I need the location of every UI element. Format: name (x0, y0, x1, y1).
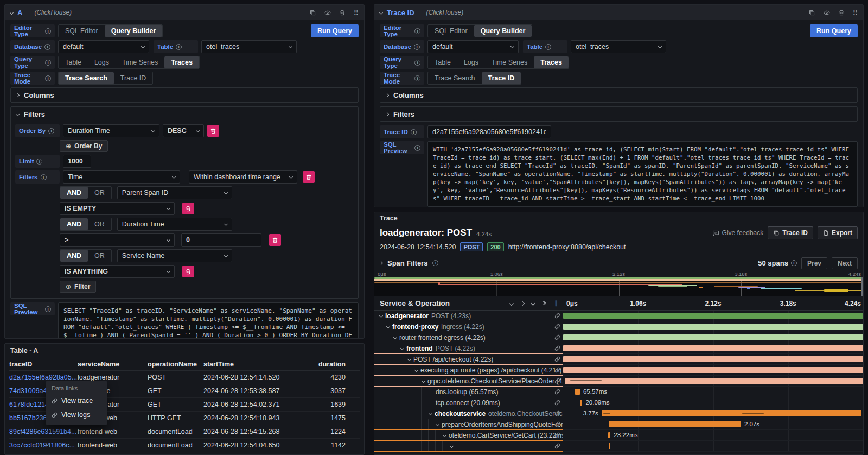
info-icon[interactable] (44, 44, 50, 50)
next-button[interactable]: Next (832, 257, 858, 269)
tab-trace-id[interactable]: Trace ID (482, 72, 521, 84)
tab-trace-search[interactable]: Trace Search (428, 72, 482, 84)
span-bar[interactable] (563, 324, 863, 330)
span-link-icon[interactable] (554, 313, 560, 319)
span-row[interactable]: dns.lookup (65.57ms)65.57ms (374, 387, 863, 397)
remove-order-by-button[interactable] (207, 125, 219, 137)
chevron-down-icon[interactable] (429, 412, 432, 415)
trace-id-button[interactable]: Trace ID (768, 226, 813, 239)
span-name[interactable]: oteldemo.CartService/GetCart (23.22ms) (374, 430, 563, 441)
span-bar[interactable] (608, 432, 610, 438)
and-option[interactable]: AND (60, 187, 88, 199)
span-link-icon[interactable] (554, 378, 560, 384)
span-bar[interactable] (563, 367, 863, 373)
filter-field-select[interactable]: Duration Time (117, 218, 232, 231)
give-feedback-link[interactable]: Give feedback (712, 229, 764, 237)
column-header[interactable]: operationName (148, 361, 203, 368)
info-icon[interactable] (411, 129, 417, 135)
info-icon[interactable] (432, 260, 438, 266)
collapse-one-icon[interactable] (509, 301, 513, 305)
collapse-query-icon[interactable] (10, 10, 14, 14)
span-name[interactable] (374, 441, 563, 452)
span-bar[interactable] (563, 345, 863, 351)
span-row[interactable] (374, 441, 863, 452)
expand-all-icon[interactable] (542, 302, 546, 305)
trace-id-link[interactable]: 89cf4286e631591b4... (9, 428, 78, 435)
hide-response-icon[interactable] (823, 9, 831, 16)
span-name[interactable]: checkoutserviceoteldemo.CheckoutService/… (374, 408, 563, 419)
info-icon[interactable] (45, 60, 51, 66)
or-option[interactable]: OR (88, 218, 111, 230)
span-name[interactable]: loadgeneratorPOST (4.23s) (374, 311, 563, 321)
run-query-button[interactable]: Run Query (311, 24, 359, 37)
trace-id-link[interactable]: 3cc7ccfc01941806c... (9, 441, 78, 449)
expand-one-icon[interactable] (520, 301, 524, 305)
info-icon[interactable] (414, 44, 420, 50)
span-row[interactable]: grpc.oteldemo.CheckoutService/PlaceOrder… (374, 376, 863, 387)
span-row[interactable]: router frontend egress (4.22s) (374, 332, 863, 343)
and-option[interactable]: AND (60, 218, 88, 230)
span-link-icon[interactable] (554, 421, 560, 427)
filters-section-header[interactable]: Filters (380, 107, 857, 121)
or-option[interactable]: OR (88, 187, 111, 199)
info-icon[interactable] (791, 260, 797, 266)
info-icon[interactable] (45, 28, 51, 34)
info-icon[interactable] (414, 145, 420, 151)
span-bar[interactable] (580, 400, 582, 406)
filter-operator-select[interactable]: IS ANYTHING (60, 265, 175, 278)
tab-traces[interactable]: Traces (164, 56, 199, 68)
tab-trace-search[interactable]: Trace Search (59, 72, 114, 84)
info-icon[interactable] (45, 306, 51, 312)
tab-logs[interactable]: Logs (88, 56, 116, 68)
table-select[interactable]: otel_traces (201, 40, 297, 53)
span-bar[interactable] (575, 389, 580, 395)
chevron-down-icon[interactable] (386, 325, 390, 328)
chevron-down-icon[interactable] (393, 336, 397, 339)
span-row[interactable]: frontend-proxyingress (4.22s) (374, 321, 863, 332)
remove-filter-button[interactable] (182, 266, 194, 277)
filter-value-input[interactable] (181, 233, 261, 247)
span-name[interactable]: frontend-proxyingress (4.22s) (374, 321, 563, 332)
trace-id-input[interactable] (427, 125, 551, 138)
info-icon[interactable] (36, 159, 42, 165)
span-link-icon[interactable] (554, 410, 560, 416)
span-bar[interactable] (565, 378, 863, 384)
remove-filter-button[interactable] (269, 234, 281, 246)
info-icon[interactable] (176, 44, 182, 50)
database-select[interactable]: default (427, 40, 519, 53)
export-button[interactable]: Export (818, 226, 858, 239)
info-icon[interactable] (414, 60, 420, 66)
info-icon[interactable] (45, 75, 51, 81)
filter-operator-select[interactable]: > (60, 233, 175, 247)
columns-section-header[interactable]: Columns (380, 88, 857, 102)
span-row[interactable]: prepareOrderItemsAndShippingQuoteFromCar… (374, 419, 863, 430)
delete-query-icon[interactable] (838, 9, 845, 16)
span-bar[interactable] (563, 313, 863, 319)
duplicate-query-icon[interactable] (808, 9, 815, 16)
span-row[interactable]: tcp.connect (20.09ms)20.09ms (374, 397, 863, 408)
collapse-all-icon[interactable] (532, 302, 534, 305)
span-link-icon[interactable] (554, 443, 560, 449)
or-option[interactable]: OR (88, 250, 111, 262)
span-row[interactable]: loadgeneratorPOST (4.23s) (374, 311, 863, 321)
filters-section-header[interactable]: Filters (11, 107, 358, 121)
span-name[interactable]: POST /api/checkout (4.22s) (374, 354, 563, 365)
remove-filter-button[interactable] (182, 203, 194, 214)
span-bar[interactable] (602, 410, 861, 416)
span-bar[interactable] (609, 443, 610, 449)
span-row[interactable]: checkoutserviceoteldemo.CheckoutService/… (374, 408, 863, 419)
remove-filter-button[interactable] (303, 171, 315, 183)
column-header[interactable]: serviceName (78, 361, 148, 368)
span-row[interactable]: POST /api/checkout (4.22s) (374, 354, 863, 365)
span-name[interactable]: prepareOrderItemsAndShippingQuoteFromCar… (374, 419, 563, 430)
span-name[interactable]: tcp.connect (20.09ms) (374, 397, 563, 408)
chevron-down-icon[interactable] (443, 433, 446, 437)
limit-input[interactable] (63, 155, 91, 168)
tab-table[interactable]: Table (428, 56, 457, 68)
chevron-down-icon[interactable] (400, 346, 404, 350)
info-icon[interactable] (545, 44, 551, 50)
add-filter-button[interactable]: ⊕Filter (60, 281, 96, 293)
chevron-down-icon[interactable] (407, 357, 411, 361)
delete-query-icon[interactable] (339, 9, 346, 16)
span-name[interactable]: executing api route (pages) /api/checkou… (374, 365, 563, 376)
